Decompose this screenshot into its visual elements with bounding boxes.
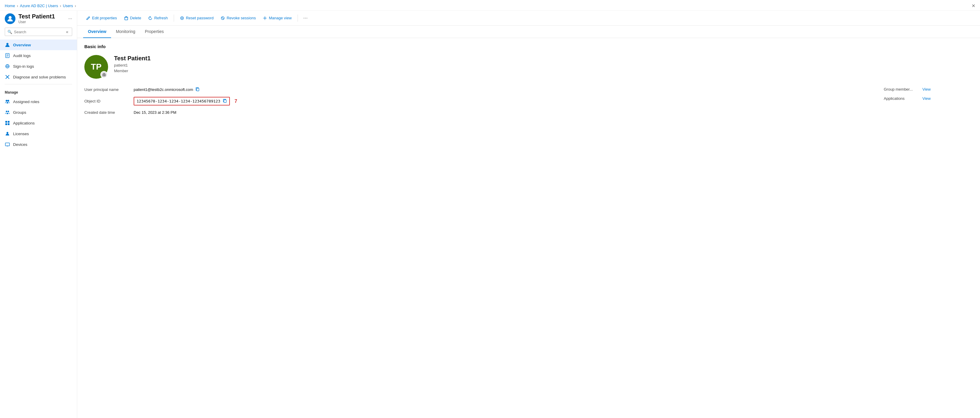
- profile-role: Member: [114, 69, 151, 73]
- sidebar-item-applications[interactable]: Applications: [0, 118, 77, 128]
- sidebar-item-diagnose-label: Diagnose and solve problems: [13, 75, 66, 79]
- sidebar-item-assigned-roles[interactable]: Assigned roles: [0, 96, 77, 107]
- profile-info: Test Patient1 patient1 Member: [114, 55, 151, 73]
- camera-button[interactable]: [100, 71, 108, 78]
- manage-view-icon: [263, 16, 267, 20]
- revoke-sessions-button[interactable]: Revoke sessions: [218, 14, 259, 22]
- svg-point-10: [6, 100, 8, 102]
- user-header: Test Patient1 User ···: [0, 11, 77, 28]
- toolbar-more-icon[interactable]: ···: [301, 14, 310, 22]
- toolbar-divider-2: [298, 14, 298, 22]
- svg-point-0: [9, 16, 11, 19]
- svg-point-29: [103, 74, 105, 75]
- sidebar-item-applications-label: Applications: [13, 121, 35, 125]
- content-area: Basic info TP Tes: [77, 38, 980, 121]
- devices-icon: [5, 142, 10, 147]
- svg-point-27: [264, 18, 266, 19]
- breadcrumb-home[interactable]: Home: [5, 3, 15, 8]
- svg-rect-30: [197, 88, 199, 91]
- upn-label: User principal name: [84, 87, 129, 92]
- main-content: Edit properties Delete Refresh: [77, 11, 980, 418]
- breadcrumb: Home › Azure AD B2C | Users › Users ›: [5, 3, 76, 8]
- svg-point-11: [8, 100, 9, 102]
- nav-divider: [5, 84, 72, 85]
- sidebar-item-devices-label: Devices: [13, 142, 27, 147]
- upn-value: patient1@testb2c.onmicrosoft.com: [134, 87, 200, 92]
- sidebar-item-licenses[interactable]: Licenses: [0, 128, 77, 139]
- breadcrumb-azure-ad[interactable]: Azure AD B2C | Users: [20, 3, 58, 8]
- refresh-icon: [148, 16, 152, 20]
- object-id-value: 12345678-1234-1234-1234-123456789123 7: [134, 97, 237, 105]
- sign-in-logs-icon: [5, 64, 10, 69]
- fields-left: User principal name patient1@testb2c.onm…: [84, 87, 866, 115]
- manage-view-button[interactable]: Manage view: [260, 14, 294, 22]
- basic-info-title: Basic info: [84, 44, 973, 49]
- created-date-label: Created date time: [84, 110, 129, 115]
- app-container: Home › Azure AD B2C | Users › Users › × …: [0, 0, 980, 418]
- created-date-value: Dec 15, 2023 at 2:36 PM: [134, 110, 177, 115]
- profile-avatar: TP: [84, 55, 108, 79]
- svg-line-26: [222, 17, 224, 19]
- diagnose-icon: [5, 74, 10, 80]
- refresh-button[interactable]: Refresh: [145, 14, 171, 22]
- profile-initials: TP: [91, 62, 102, 72]
- sidebar-item-devices[interactable]: Devices: [0, 139, 77, 150]
- tabs: Overview Monitoring Properties: [77, 26, 980, 38]
- search-box: 🔍 «: [5, 28, 72, 36]
- object-id-label: Object ID: [84, 99, 129, 104]
- sidebar-item-sign-in-logs[interactable]: Sign-in logs: [0, 61, 77, 72]
- groups-icon: [5, 110, 10, 115]
- search-input[interactable]: [14, 30, 63, 34]
- profile-name: Test Patient1: [114, 55, 151, 62]
- sidebar-item-overview-label: Overview: [13, 43, 31, 47]
- page-title: Test Patient1: [18, 13, 55, 20]
- tab-monitoring[interactable]: Monitoring: [111, 26, 140, 38]
- sidebar-item-audit-logs-label: Audit logs: [13, 53, 30, 58]
- revoke-sessions-icon: [221, 16, 225, 20]
- delete-button[interactable]: Delete: [121, 14, 144, 22]
- svg-rect-22: [125, 17, 128, 20]
- reset-password-button[interactable]: Reset password: [177, 14, 216, 22]
- close-button[interactable]: ×: [972, 2, 975, 9]
- sidebar: Test Patient1 User ··· 🔍 «: [0, 11, 77, 418]
- edit-properties-button[interactable]: Edit properties: [83, 14, 120, 22]
- applications-view-link[interactable]: View: [923, 96, 931, 101]
- toolbar: Edit properties Delete Refresh: [77, 11, 980, 26]
- applications-label: Applications: [884, 96, 920, 101]
- created-date-field-row: Created date time Dec 15, 2023 at 2:36 P…: [84, 110, 866, 115]
- group-member-view-link[interactable]: View: [923, 87, 931, 91]
- sidebar-item-sign-in-logs-label: Sign-in logs: [13, 64, 34, 69]
- user-name-section: Test Patient1 User: [18, 13, 55, 24]
- fields-layout: User principal name patient1@testb2c.onm…: [84, 87, 973, 115]
- svg-point-13: [8, 111, 9, 112]
- svg-rect-31: [224, 100, 226, 102]
- licenses-icon: [5, 131, 10, 136]
- svg-point-1: [6, 43, 9, 45]
- delete-icon: [124, 16, 128, 20]
- sidebar-item-diagnose[interactable]: Diagnose and solve problems: [0, 72, 77, 82]
- applications-icon: [5, 120, 10, 126]
- collapse-icon[interactable]: «: [65, 29, 70, 34]
- breadcrumb-users[interactable]: Users: [63, 3, 73, 8]
- object-id-box: 12345678-1234-1234-1234-123456789123: [134, 97, 230, 105]
- svg-point-12: [6, 111, 8, 112]
- profile-section: TP Test Patient1 patient1 Member: [84, 55, 973, 79]
- tab-overview[interactable]: Overview: [83, 26, 111, 38]
- sidebar-nav: Overview Audit logs: [0, 40, 77, 418]
- more-options-icon[interactable]: ···: [68, 16, 72, 21]
- object-id-field-row: Object ID 12345678-1234-1234-1234-123456…: [84, 97, 866, 105]
- sidebar-item-audit-logs[interactable]: Audit logs: [0, 50, 77, 61]
- object-id-copy-icon[interactable]: [223, 99, 227, 104]
- upn-copy-icon[interactable]: [196, 87, 200, 92]
- sidebar-item-groups-label: Groups: [13, 110, 26, 115]
- profile-username: patient1: [114, 63, 151, 67]
- svg-rect-16: [5, 123, 7, 125]
- sidebar-item-overview[interactable]: Overview: [0, 40, 77, 50]
- sidebar-item-groups[interactable]: Groups: [0, 107, 77, 118]
- tab-properties[interactable]: Properties: [140, 26, 169, 38]
- fields-right: Group member... View Applications View: [884, 87, 973, 115]
- search-icon: 🔍: [8, 30, 12, 34]
- object-id-annotation: 7: [235, 99, 237, 104]
- svg-rect-14: [5, 121, 7, 123]
- group-member-row: Group member... View: [884, 87, 973, 91]
